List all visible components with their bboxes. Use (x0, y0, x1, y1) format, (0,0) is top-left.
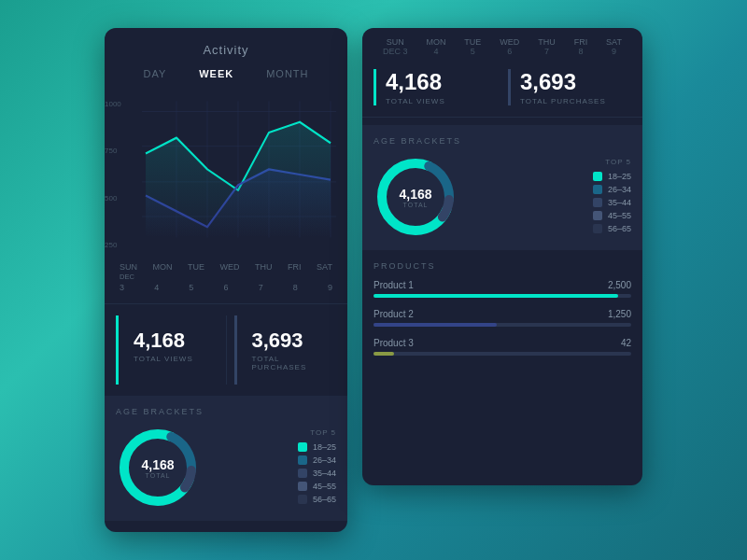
right-legend-item-0: 18–25 (469, 172, 631, 181)
total-views-stat: 4,168 TOTAL VIEWS (116, 315, 218, 385)
right-donut-chart: 4,168 TOTAL (374, 155, 458, 239)
right-day-3: WED 6 (500, 37, 519, 56)
donut-label: TOTAL (141, 472, 174, 479)
activity-title: Activity (105, 28, 347, 64)
legend-label-0: 18–25 (313, 442, 336, 452)
right-total-views: 4,168 TOTAL VIEWS (374, 69, 497, 105)
product-bar-fill-1 (374, 323, 497, 327)
right-legend-title: TOP 5 (469, 158, 631, 166)
right-legend-color-0 (593, 172, 602, 181)
legend-item-1: 26–34 (211, 455, 336, 465)
right-legend-color-4 (593, 224, 602, 233)
product-value-0: 2,500 (608, 280, 631, 290)
product-row-2: Product 3 42 (374, 338, 631, 356)
panels-container: Activity DAY WEEK MONTH 1000 750 500 250 (105, 28, 642, 532)
age-brackets-title: AGE BRACKETS (116, 407, 336, 416)
stats-row: 4,168 TOTAL VIEWS 3,693 TOTAL PURCHASES (105, 303, 347, 396)
right-day-labels: SUN DEC 3 MON 4 TUE 5 WED 6 THU 7 FRI 8 (362, 28, 642, 62)
right-legend-label-0: 18–25 (608, 172, 631, 181)
right-day-2: TUE 5 (464, 37, 481, 56)
time-tabs: DAY WEEK MONTH (105, 64, 347, 91)
products-title: PRODUCTS (374, 261, 631, 271)
legend-color-0 (298, 442, 307, 452)
right-views-label: TOTAL VIEWS (386, 97, 497, 105)
legend-color-2 (298, 469, 307, 478)
right-legend-item-3: 45–55 (469, 211, 631, 220)
right-legend-label-1: 26–34 (608, 185, 631, 194)
right-legend-color-3 (593, 211, 602, 220)
legend-title: TOP 5 (211, 428, 336, 437)
right-day-0: SUN DEC 3 (383, 37, 408, 56)
product-value-1: 1,250 (608, 309, 631, 319)
product-bar-track-1 (374, 323, 631, 327)
tab-day[interactable]: DAY (143, 68, 166, 79)
product-name-0: Product 1 (374, 280, 414, 290)
legend-label-4: 56–65 (313, 495, 336, 504)
tab-week[interactable]: WEEK (199, 68, 233, 79)
right-purchases-label: TOTAL PURCHASES (520, 97, 631, 105)
right-age-legend: TOP 5 18–25 26–34 35–44 (469, 158, 631, 237)
legend-label-2: 35–44 (313, 469, 336, 478)
right-legend-item-1: 26–34 (469, 185, 631, 194)
right-total-purchases: 3,693 TOTAL PURCHASES (508, 69, 631, 105)
right-day-5: FRI 8 (574, 37, 588, 56)
day-numbers: 3 4 5 6 7 8 9 (105, 283, 347, 303)
right-purchases-value: 3,693 (520, 69, 631, 95)
chart-svg (116, 91, 336, 259)
products-section: PRODUCTS Product 1 2,500 Product 2 1,250 (362, 250, 642, 378)
product-bar-track-0 (374, 294, 631, 298)
right-age-title: AGE BRACKETS (374, 136, 631, 146)
product-bar-track-2 (374, 352, 631, 356)
age-brackets-section: AGE BRACKETS 4,168 TOTAL TOP 5 (105, 396, 347, 521)
product-bar-fill-0 (374, 294, 618, 298)
total-purchases-stat: 3,693 TOTAL PURCHASES (234, 315, 337, 385)
y-axis-labels: 1000 750 500 250 (105, 91, 121, 259)
total-views-value: 4,168 (134, 329, 204, 353)
right-views-value: 4,168 (386, 69, 497, 95)
right-legend-item-4: 56–65 (469, 224, 631, 233)
right-legend-color-1 (593, 185, 602, 194)
donut-chart: 4,168 TOTAL (116, 426, 200, 510)
legend-color-4 (298, 495, 307, 504)
right-legend-label-3: 45–55 (608, 211, 631, 220)
day-names: SUNDEC MON TUE WED THU FRI SAT (105, 259, 347, 283)
product-name-2: Product 3 (374, 338, 414, 348)
right-day-1: MON 4 (426, 37, 445, 56)
legend-item-4: 56–65 (211, 495, 336, 504)
product-bar-fill-2 (374, 352, 394, 356)
age-content: 4,168 TOTAL TOP 5 18–25 26–34 (116, 426, 336, 510)
legend-color-3 (298, 482, 307, 491)
total-purchases-value: 3,693 (252, 329, 322, 353)
right-age-content: 4,168 TOTAL TOP 5 18–25 26–34 (374, 155, 631, 239)
line-chart: 1000 750 500 250 (105, 91, 347, 259)
right-donut-center: 4,168 TOTAL (399, 187, 431, 208)
age-legend: TOP 5 18–25 26–34 35–44 (211, 428, 336, 508)
right-donut-value: 4,168 (399, 187, 431, 202)
stats-divider (226, 315, 227, 385)
legend-item-2: 35–44 (211, 469, 336, 478)
right-donut-label: TOTAL (399, 202, 431, 208)
legend-item-3: 45–55 (211, 482, 336, 491)
product-row-0: Product 1 2,500 (374, 280, 631, 298)
right-day-4: THU 7 (538, 37, 556, 56)
right-stats-row: 4,168 TOTAL VIEWS 3,693 TOTAL PURCHASES (362, 62, 642, 118)
legend-label-1: 26–34 (313, 455, 336, 465)
right-legend-label-4: 56–65 (608, 224, 631, 233)
total-views-label: TOTAL VIEWS (134, 355, 204, 363)
right-legend-label-2: 35–44 (608, 198, 631, 207)
legend-item-0: 18–25 (211, 442, 336, 452)
tab-month[interactable]: MONTH (266, 68, 308, 79)
left-panel: Activity DAY WEEK MONTH 1000 750 500 250 (105, 28, 347, 532)
total-purchases-label: TOTAL PURCHASES (252, 355, 322, 371)
legend-label-3: 45–55 (313, 482, 336, 491)
right-panel: SUN DEC 3 MON 4 TUE 5 WED 6 THU 7 FRI 8 (362, 28, 642, 485)
right-day-6: SAT 9 (606, 37, 622, 56)
product-row-1: Product 2 1,250 (374, 309, 631, 327)
right-legend-color-2 (593, 198, 602, 207)
right-age-brackets: AGE BRACKETS 4,168 TOTAL TOP 5 (362, 125, 642, 250)
donut-center: 4,168 TOTAL (141, 457, 174, 479)
right-legend-item-2: 35–44 (469, 198, 631, 207)
legend-color-1 (298, 455, 307, 465)
product-value-2: 42 (621, 338, 631, 348)
donut-value: 4,168 (141, 457, 174, 472)
